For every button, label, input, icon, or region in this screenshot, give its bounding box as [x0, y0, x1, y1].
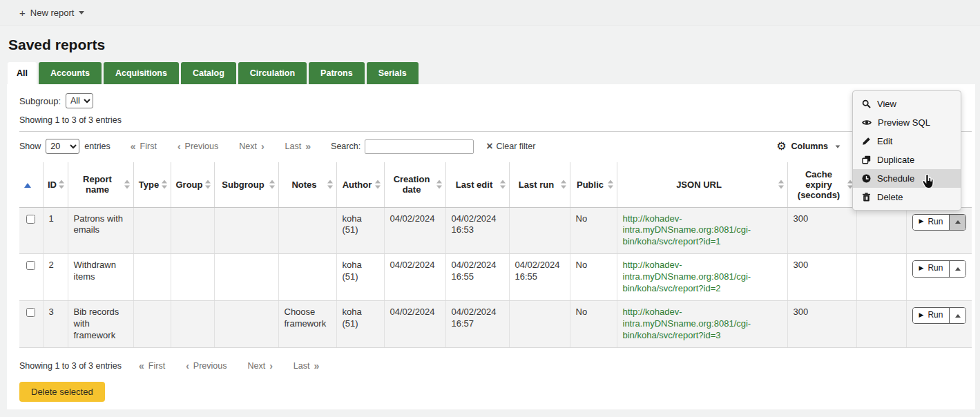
chevron-left-icon: ‹ — [186, 360, 189, 371]
chevron-right-icon: › — [269, 360, 273, 371]
creation-date-column-header[interactable]: Creation date — [384, 162, 445, 207]
subgroup-column-header[interactable]: Subgroup — [214, 162, 278, 207]
menu-item-duplicate[interactable]: Duplicate — [853, 151, 961, 169]
pagination-last[interactable]: Last » — [283, 360, 329, 371]
type-cell — [133, 254, 171, 301]
subgroup-select[interactable]: All — [66, 93, 93, 108]
menu-item-delete[interactable]: Delete — [853, 188, 961, 206]
last-edit-cell: 04/02/2024 16:57 — [445, 300, 509, 347]
columns-button[interactable]: ⚙ Columns — [776, 141, 840, 152]
saved-results-cell — [856, 207, 906, 254]
public-column-header[interactable]: Public — [570, 162, 617, 207]
page-title: Saved reports — [8, 37, 980, 53]
report-name-cell: Withdrawn items — [68, 254, 133, 301]
gear-icon: ⚙ — [776, 141, 786, 152]
author-column-header[interactable]: Author — [336, 162, 384, 207]
group-column-header[interactable]: Group — [171, 162, 214, 207]
menu-item-schedule[interactable]: Schedule — [853, 169, 961, 188]
public-cell: No — [570, 300, 617, 347]
type-column-header[interactable]: Type — [133, 162, 171, 207]
pagination-next[interactable]: Next › — [229, 141, 274, 152]
pagination-first[interactable]: « First — [128, 360, 175, 371]
saved-reports-table: ID Report name Type Group Subgroup Notes… — [19, 162, 972, 348]
last-run-cell — [509, 207, 570, 254]
tab-acquisitions[interactable]: Acquisitions — [104, 62, 179, 84]
select-cell — [19, 254, 43, 301]
tab-all[interactable]: All — [8, 62, 37, 84]
sort-icon — [608, 180, 613, 189]
tab-catalog[interactable]: Catalog — [181, 62, 236, 84]
tab-accounts[interactable]: Accounts — [39, 62, 102, 84]
sort-icon — [375, 180, 381, 189]
group-cell — [171, 207, 214, 254]
last-run-column-header[interactable]: Last run — [509, 162, 570, 207]
run-dropdown-toggle[interactable] — [950, 215, 965, 231]
pagination-previous[interactable]: ‹ Previous — [175, 360, 237, 371]
pagination-previous[interactable]: ‹ Previous — [167, 141, 229, 152]
row-select-checkbox[interactable] — [26, 215, 35, 224]
table-row: 2 Withdrawn items koha (51) 04/02/2024 0… — [19, 254, 972, 301]
id-column-header[interactable]: ID — [43, 162, 68, 207]
double-chevron-right-icon: » — [314, 360, 319, 371]
actions-cell: ▶ Run — [906, 207, 972, 254]
run-button[interactable]: ▶ Run — [913, 261, 950, 277]
clock-icon — [862, 174, 871, 183]
sort-icon — [162, 180, 167, 189]
pagination-bottom: « First ‹ Previous Next › Last » — [128, 360, 329, 371]
menu-item-preview-sql[interactable]: Preview SQL — [853, 113, 961, 132]
pagination-next[interactable]: Next › — [237, 360, 282, 371]
json-url-link[interactable]: http://kohadev-intra.myDNSname.org:8081/… — [623, 307, 751, 340]
public-cell: No — [570, 254, 617, 301]
public-cell: No — [570, 207, 617, 254]
table-row: 3 Bib records with framework Choose fram… — [19, 300, 972, 347]
new-report-button[interactable]: + New report — [19, 7, 84, 19]
sort-icon — [436, 180, 442, 189]
close-icon: × — [486, 141, 492, 152]
pagination-last[interactable]: Last » — [275, 141, 321, 152]
caret-up-icon — [955, 267, 961, 271]
json-url-column-header[interactable]: JSON URL — [617, 162, 787, 207]
menu-item-edit[interactable]: Edit — [853, 132, 961, 151]
eye-icon — [862, 118, 872, 127]
cache-expiry-cell: 300 — [787, 300, 856, 347]
saved-results-cell — [856, 254, 906, 301]
report-name-cell: Bib records with framework — [68, 300, 133, 347]
search-input[interactable] — [365, 139, 474, 154]
sort-ascending-icon — [24, 183, 31, 188]
creation-date-cell: 04/02/2024 — [384, 254, 445, 301]
report-name-column-header[interactable]: Report name — [68, 162, 133, 207]
magnifier-icon — [862, 99, 871, 108]
cache-expiry-cell: 300 — [787, 254, 856, 301]
pencil-icon — [862, 137, 871, 146]
type-cell — [133, 300, 171, 347]
tab-circulation[interactable]: Circulation — [238, 62, 307, 84]
cache-expiry-column-header[interactable]: Cache expiry (seconds) — [787, 162, 856, 207]
notes-cell — [278, 254, 336, 301]
menu-item-view[interactable]: View — [853, 95, 961, 113]
row-select-checkbox[interactable] — [26, 308, 35, 317]
delete-selected-button[interactable]: Delete selected — [19, 382, 105, 402]
clear-filter-button[interactable]: × Clear filter — [486, 141, 535, 152]
row-select-checkbox[interactable] — [26, 261, 35, 270]
select-column-header[interactable] — [19, 162, 43, 207]
tab-serials[interactable]: Serials — [367, 62, 419, 84]
last-edit-column-header[interactable]: Last edit — [445, 162, 509, 207]
report-actions-menu: View Preview SQL Edit Duplicate Schedule… — [852, 90, 961, 211]
id-cell: 3 — [43, 300, 68, 347]
pagination-first[interactable]: « First — [120, 141, 167, 152]
run-button[interactable]: ▶ Run — [913, 215, 950, 231]
double-chevron-left-icon: « — [131, 141, 136, 152]
json-url-cell: http://kohadev-intra.myDNSname.org:8081/… — [617, 254, 787, 301]
notes-column-header[interactable]: Notes — [278, 162, 336, 207]
play-icon: ▶ — [919, 264, 924, 273]
run-dropdown-toggle[interactable] — [950, 261, 965, 277]
json-url-cell: http://kohadev-intra.myDNSname.org:8081/… — [617, 300, 787, 347]
page-length-select[interactable]: 20 — [46, 139, 79, 154]
group-cell — [171, 300, 214, 347]
json-url-link[interactable]: http://kohadev-intra.myDNSname.org:8081/… — [623, 213, 751, 247]
json-url-link[interactable]: http://kohadev-intra.myDNSname.org:8081/… — [623, 260, 751, 293]
tab-patrons[interactable]: Patrons — [309, 62, 365, 84]
run-button[interactable]: ▶ Run — [913, 308, 950, 324]
run-dropdown-toggle[interactable] — [950, 308, 965, 324]
subgroup-cell — [214, 300, 278, 347]
